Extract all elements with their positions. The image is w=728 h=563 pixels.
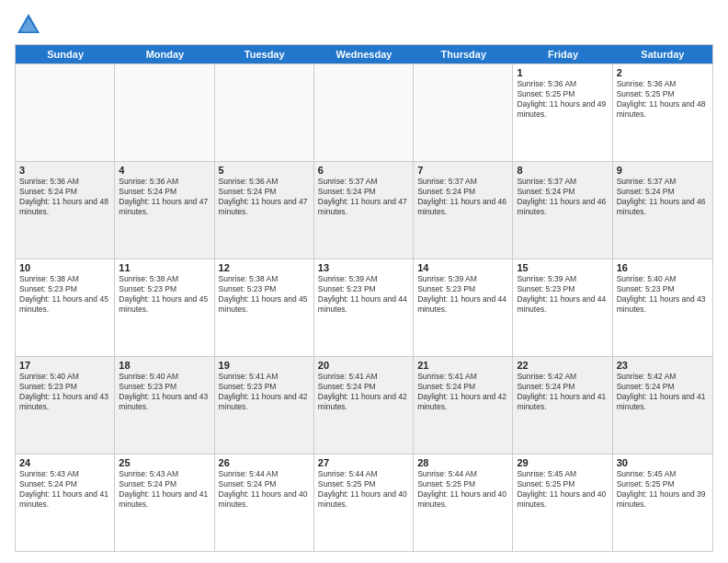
weekday-header: Saturday [613, 45, 712, 63]
header [15, 11, 713, 39]
day-number: 30 [617, 457, 709, 468]
calendar-cell: 22Sunrise: 5:42 AM Sunset: 5:24 PM Dayli… [513, 357, 612, 454]
weekday-header: Tuesday [215, 45, 314, 63]
calendar-cell: 25Sunrise: 5:43 AM Sunset: 5:24 PM Dayli… [115, 454, 214, 551]
day-info: Sunrise: 5:44 AM Sunset: 5:25 PM Dayligh… [417, 469, 508, 510]
day-number: 20 [318, 360, 409, 371]
day-info: Sunrise: 5:41 AM Sunset: 5:23 PM Dayligh… [219, 372, 310, 412]
day-number: 3 [19, 165, 110, 176]
day-number: 27 [318, 457, 409, 468]
logo-icon [15, 11, 42, 39]
calendar-cell: 21Sunrise: 5:41 AM Sunset: 5:24 PM Dayli… [414, 357, 513, 454]
day-info: Sunrise: 5:38 AM Sunset: 5:23 PM Dayligh… [119, 274, 210, 315]
day-number: 15 [517, 262, 608, 273]
calendar-cell: 12Sunrise: 5:38 AM Sunset: 5:23 PM Dayli… [215, 259, 314, 356]
calendar-row: 1Sunrise: 5:36 AM Sunset: 5:25 PM Daylig… [16, 63, 712, 161]
calendar-cell [314, 64, 414, 161]
weekday-header: Wednesday [314, 45, 414, 63]
calendar-cell: 23Sunrise: 5:42 AM Sunset: 5:24 PM Dayli… [613, 357, 712, 454]
day-number: 28 [417, 457, 508, 468]
day-number: 12 [219, 262, 310, 273]
calendar-cell: 9Sunrise: 5:37 AM Sunset: 5:24 PM Daylig… [613, 162, 712, 259]
day-info: Sunrise: 5:36 AM Sunset: 5:24 PM Dayligh… [219, 177, 310, 217]
calendar-header: SundayMondayTuesdayWednesdayThursdayFrid… [16, 45, 712, 63]
calendar-row: 10Sunrise: 5:38 AM Sunset: 5:23 PM Dayli… [16, 259, 712, 356]
day-info: Sunrise: 5:42 AM Sunset: 5:24 PM Dayligh… [617, 372, 709, 412]
calendar-cell [16, 64, 115, 161]
calendar-cell: 8Sunrise: 5:37 AM Sunset: 5:24 PM Daylig… [513, 162, 612, 259]
weekday-header: Friday [513, 45, 612, 63]
day-number: 5 [219, 165, 310, 176]
day-number: 17 [19, 360, 110, 371]
day-info: Sunrise: 5:37 AM Sunset: 5:24 PM Dayligh… [517, 177, 608, 217]
calendar-row: 3Sunrise: 5:36 AM Sunset: 5:24 PM Daylig… [16, 161, 712, 259]
day-info: Sunrise: 5:42 AM Sunset: 5:24 PM Dayligh… [517, 372, 608, 412]
day-number: 2 [617, 67, 709, 78]
day-info: Sunrise: 5:36 AM Sunset: 5:25 PM Dayligh… [517, 79, 608, 120]
day-number: 4 [119, 165, 210, 176]
day-info: Sunrise: 5:41 AM Sunset: 5:24 PM Dayligh… [318, 372, 409, 412]
day-number: 10 [19, 262, 110, 273]
calendar-cell: 14Sunrise: 5:39 AM Sunset: 5:23 PM Dayli… [414, 259, 513, 356]
day-info: Sunrise: 5:43 AM Sunset: 5:24 PM Dayligh… [19, 469, 110, 510]
day-info: Sunrise: 5:38 AM Sunset: 5:23 PM Dayligh… [19, 274, 110, 315]
calendar-cell: 24Sunrise: 5:43 AM Sunset: 5:24 PM Dayli… [16, 454, 115, 551]
calendar-cell: 27Sunrise: 5:44 AM Sunset: 5:25 PM Dayli… [314, 454, 414, 551]
day-number: 11 [119, 262, 210, 273]
day-number: 19 [219, 360, 310, 371]
calendar: SundayMondayTuesdayWednesdayThursdayFrid… [15, 44, 713, 552]
day-info: Sunrise: 5:39 AM Sunset: 5:23 PM Dayligh… [417, 274, 508, 315]
day-info: Sunrise: 5:38 AM Sunset: 5:23 PM Dayligh… [219, 274, 310, 315]
calendar-cell: 11Sunrise: 5:38 AM Sunset: 5:23 PM Dayli… [115, 259, 214, 356]
calendar-cell: 3Sunrise: 5:36 AM Sunset: 5:24 PM Daylig… [16, 162, 115, 259]
calendar-cell: 10Sunrise: 5:38 AM Sunset: 5:23 PM Dayli… [16, 259, 115, 356]
day-info: Sunrise: 5:37 AM Sunset: 5:24 PM Dayligh… [617, 177, 709, 217]
page: SundayMondayTuesdayWednesdayThursdayFrid… [0, 0, 728, 563]
calendar-cell: 26Sunrise: 5:44 AM Sunset: 5:24 PM Dayli… [215, 454, 314, 551]
day-info: Sunrise: 5:44 AM Sunset: 5:24 PM Dayligh… [219, 469, 310, 510]
day-number: 8 [517, 165, 608, 176]
day-info: Sunrise: 5:37 AM Sunset: 5:24 PM Dayligh… [417, 177, 508, 217]
day-info: Sunrise: 5:37 AM Sunset: 5:24 PM Dayligh… [318, 177, 409, 217]
calendar-cell: 6Sunrise: 5:37 AM Sunset: 5:24 PM Daylig… [314, 162, 414, 259]
day-info: Sunrise: 5:36 AM Sunset: 5:25 PM Dayligh… [617, 79, 709, 120]
day-info: Sunrise: 5:45 AM Sunset: 5:25 PM Dayligh… [617, 469, 709, 510]
day-number: 22 [517, 360, 608, 371]
day-number: 23 [617, 360, 709, 371]
day-info: Sunrise: 5:43 AM Sunset: 5:24 PM Dayligh… [119, 469, 210, 510]
calendar-cell: 1Sunrise: 5:36 AM Sunset: 5:25 PM Daylig… [513, 64, 612, 161]
day-info: Sunrise: 5:40 AM Sunset: 5:23 PM Dayligh… [617, 274, 709, 315]
day-info: Sunrise: 5:39 AM Sunset: 5:23 PM Dayligh… [517, 274, 608, 315]
calendar-cell: 2Sunrise: 5:36 AM Sunset: 5:25 PM Daylig… [613, 64, 712, 161]
calendar-cell: 30Sunrise: 5:45 AM Sunset: 5:25 PM Dayli… [613, 454, 712, 551]
day-info: Sunrise: 5:40 AM Sunset: 5:23 PM Dayligh… [19, 372, 110, 412]
calendar-row: 17Sunrise: 5:40 AM Sunset: 5:23 PM Dayli… [16, 356, 712, 454]
day-info: Sunrise: 5:36 AM Sunset: 5:24 PM Dayligh… [19, 177, 110, 217]
day-number: 18 [119, 360, 210, 371]
weekday-header: Monday [115, 45, 214, 63]
day-number: 16 [617, 262, 709, 273]
day-info: Sunrise: 5:39 AM Sunset: 5:23 PM Dayligh… [318, 274, 409, 315]
calendar-cell: 17Sunrise: 5:40 AM Sunset: 5:23 PM Dayli… [16, 357, 115, 454]
day-info: Sunrise: 5:45 AM Sunset: 5:25 PM Dayligh… [517, 469, 608, 510]
weekday-header: Thursday [414, 45, 513, 63]
calendar-cell: 29Sunrise: 5:45 AM Sunset: 5:25 PM Dayli… [513, 454, 612, 551]
calendar-cell: 13Sunrise: 5:39 AM Sunset: 5:23 PM Dayli… [314, 259, 414, 356]
day-number: 21 [417, 360, 508, 371]
day-number: 24 [19, 457, 110, 468]
logo [15, 11, 46, 39]
calendar-cell: 18Sunrise: 5:40 AM Sunset: 5:23 PM Dayli… [115, 357, 214, 454]
calendar-row: 24Sunrise: 5:43 AM Sunset: 5:24 PM Dayli… [16, 454, 712, 551]
day-number: 29 [517, 457, 608, 468]
calendar-cell [414, 64, 513, 161]
day-number: 1 [517, 67, 608, 78]
calendar-cell [215, 64, 314, 161]
day-number: 6 [318, 165, 409, 176]
calendar-body: 1Sunrise: 5:36 AM Sunset: 5:25 PM Daylig… [16, 63, 712, 551]
day-number: 14 [417, 262, 508, 273]
day-info: Sunrise: 5:40 AM Sunset: 5:23 PM Dayligh… [119, 372, 210, 412]
calendar-cell [115, 64, 214, 161]
day-number: 26 [219, 457, 310, 468]
day-info: Sunrise: 5:36 AM Sunset: 5:24 PM Dayligh… [119, 177, 210, 217]
calendar-cell: 16Sunrise: 5:40 AM Sunset: 5:23 PM Dayli… [613, 259, 712, 356]
